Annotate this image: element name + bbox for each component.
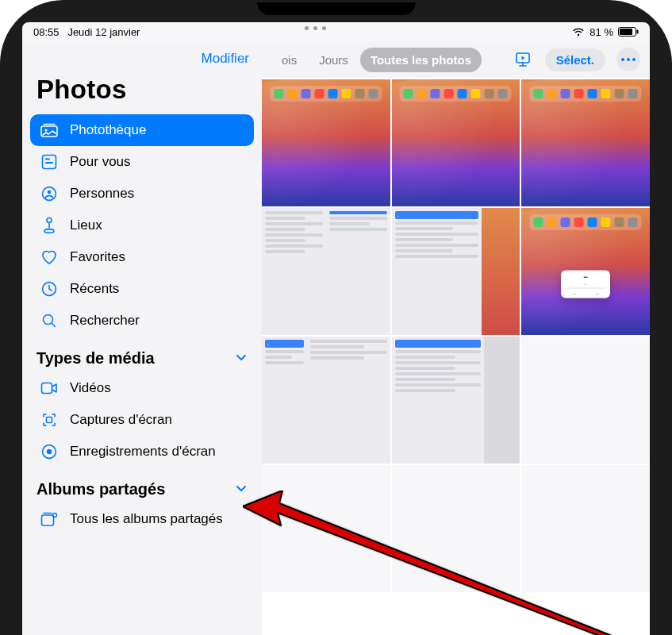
photo-thumbnail[interactable] [262, 79, 390, 206]
sidebar-item-label: Récents [70, 281, 119, 297]
search-icon [40, 313, 59, 329]
places-icon [40, 217, 59, 234]
sidebar-item-videos[interactable]: Vidéos [30, 372, 254, 404]
svg-point-21 [621, 58, 624, 61]
photo-thumbnail[interactable]: . [392, 208, 520, 335]
sidebar-item-for-you[interactable]: Pour vous [30, 146, 254, 178]
section-media-types[interactable]: Types de média [30, 337, 254, 372]
svg-rect-6 [45, 162, 53, 164]
main-toolbar: ois Jours Toutes les photos Sélect. [262, 41, 650, 78]
sidebar-item-all-shared-albums[interactable]: Tous les albums partagés [30, 503, 254, 535]
battery-icon [618, 27, 639, 37]
photo-thumbnail[interactable] [521, 79, 650, 206]
svg-point-22 [627, 58, 630, 61]
status-date: Jeudi 12 janvier [67, 26, 140, 38]
sidebar-item-label: Vidéos [70, 380, 111, 396]
screenshot-icon [40, 412, 59, 428]
slideshow-button[interactable] [512, 48, 534, 71]
photo-thumbnail[interactable]: . [262, 337, 390, 464]
sidebar-item-recents[interactable]: Récents [30, 273, 254, 305]
sidebar-item-label: Enregistrements d'écran [70, 444, 216, 460]
section-title: Albums partagés [36, 480, 165, 498]
sidebar-item-favorites[interactable]: Favorites [30, 241, 254, 273]
sidebar-title: Photos [30, 71, 254, 114]
photo-thumbnail[interactable]: . [392, 337, 520, 464]
heart-icon [40, 249, 59, 265]
photo-thumbnail[interactable] [262, 208, 390, 335]
select-button[interactable]: Sélect. [545, 48, 605, 71]
edit-button[interactable]: Modifier [202, 51, 249, 67]
view-segmented-control: ois Jours Toutes les photos [271, 48, 482, 72]
status-bar: 08:55 Jeudi 12 janvier 81 % [22, 22, 650, 41]
multitasking-dots[interactable] [305, 26, 326, 30]
people-icon [40, 186, 59, 202]
sidebar-item-label: Pour vous [70, 154, 131, 170]
shared-album-icon [40, 511, 59, 527]
sidebar-item-screen-recordings[interactable]: Enregistrements d'écran [30, 436, 254, 468]
sidebar-item-label: Lieux [70, 217, 102, 233]
svg-point-23 [632, 58, 636, 61]
svg-point-10 [47, 218, 52, 223]
photo-thumbnail[interactable] [262, 465, 390, 592]
segment-months[interactable]: ois [271, 48, 307, 72]
svg-rect-7 [45, 159, 50, 160]
sidebar-item-label: Photothèque [70, 122, 146, 138]
video-icon [40, 382, 59, 394]
sidebar-item-search[interactable]: Rechercher [30, 305, 254, 337]
section-shared-albums[interactable]: Albums partagés [30, 468, 254, 503]
svg-point-17 [47, 449, 52, 454]
sidebar-item-label: Captures d'écran [70, 412, 172, 428]
sidebar-item-places[interactable]: Lieux [30, 210, 254, 241]
photo-thumbnail[interactable]: •••——— [521, 208, 650, 335]
sidebar-item-people[interactable]: Personnes [30, 178, 254, 210]
photo-thumbnail[interactable] [392, 79, 520, 206]
sidebar-item-library[interactable]: Photothèque [30, 114, 254, 146]
svg-point-9 [48, 190, 52, 194]
segment-all-photos[interactable]: Toutes les photos [360, 48, 482, 72]
svg-point-4 [44, 129, 47, 131]
photo-thumbnail[interactable] [392, 465, 520, 592]
more-button[interactable] [616, 48, 640, 71]
status-time: 08:55 [33, 26, 60, 38]
wifi-icon [572, 27, 585, 37]
photo-grid[interactable]: . •••——— . . [262, 78, 650, 635]
library-icon [40, 123, 59, 137]
sidebar-item-label: Rechercher [70, 313, 140, 329]
segment-days[interactable]: Jours [309, 48, 359, 72]
battery-percent: 81 % [589, 26, 613, 38]
main-content: ois Jours Toutes les photos Sélect. [262, 41, 650, 635]
photo-thumbnail[interactable] [521, 465, 650, 592]
svg-rect-2 [637, 30, 639, 34]
sidebar-item-screenshots[interactable]: Captures d'écran [30, 404, 254, 436]
chevron-down-icon [235, 349, 248, 368]
svg-rect-15 [47, 418, 52, 423]
for-you-icon [40, 154, 59, 170]
section-title: Types de média [36, 349, 155, 368]
sidebar-item-label: Tous les albums partagés [70, 511, 223, 527]
sidebar-item-label: Personnes [70, 186, 134, 202]
svg-rect-14 [42, 383, 52, 394]
clock-icon [40, 281, 59, 297]
chevron-down-icon [235, 480, 248, 498]
sidebar-item-label: Favorites [70, 249, 125, 265]
svg-rect-1 [620, 29, 632, 35]
svg-rect-18 [42, 515, 54, 525]
record-icon [40, 444, 59, 460]
svg-point-11 [44, 229, 54, 233]
sidebar: Modifier Photos Photothèque Pour vous [22, 41, 262, 635]
photo-thumbnail[interactable] [521, 337, 650, 464]
svg-point-13 [44, 315, 53, 325]
